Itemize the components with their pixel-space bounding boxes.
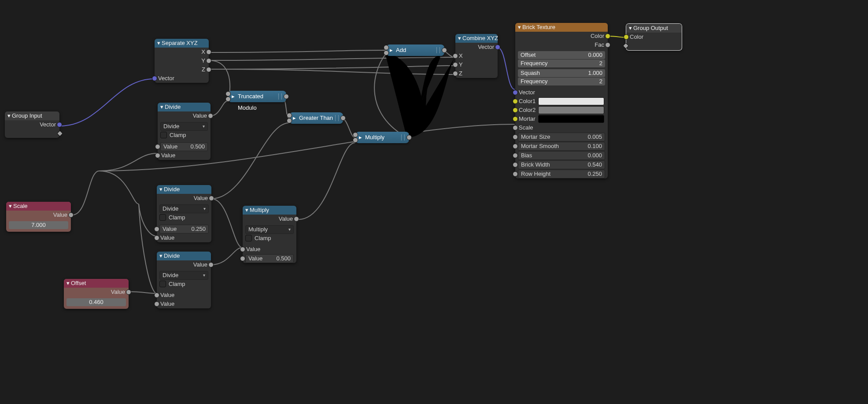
node-group-output[interactable]: ▾Group Output Color [626,24,682,50]
float-socket[interactable] [453,62,458,67]
value-field[interactable]: Value0.500 [160,142,208,151]
float-socket[interactable] [453,71,458,76]
vector-socket[interactable] [513,90,518,95]
color-socket[interactable] [513,107,518,113]
float-socket[interactable] [353,137,358,143]
node-header[interactable]: ▾Offset [64,279,129,288]
float-socket[interactable] [513,171,518,177]
value-field[interactable]: 7.000 [9,221,68,229]
squash-field[interactable]: Squash1.000 [518,69,605,77]
operation-select[interactable]: Divide [159,204,209,213]
float-socket[interactable] [513,125,518,130]
float-socket[interactable] [126,289,131,295]
value-field[interactable]: Mortar Size0.005 [518,133,605,141]
float-socket[interactable] [513,134,518,140]
node-header[interactable]: ▾Brick Texture [515,23,608,32]
float-socket[interactable] [513,162,518,167]
float-socket[interactable] [206,58,211,63]
value-field[interactable]: 0.460 [66,298,126,306]
frequency2-field[interactable]: Frequency2 [518,78,605,85]
mortar-swatch[interactable] [538,115,604,123]
clamp-checkbox[interactable]: Clamp [160,131,208,139]
node-header[interactable]: ▾Divide [157,185,211,194]
value-field[interactable]: Bias0.000 [518,151,605,160]
float-socket[interactable] [208,113,213,119]
float-socket[interactable] [240,247,245,252]
node-add[interactable]: ▸ Add [386,44,444,56]
value-field[interactable]: Row Height0.250 [518,170,605,178]
operation-select[interactable]: Multiply [245,225,294,234]
virtual-socket[interactable] [57,130,63,137]
clamp-checkbox[interactable]: Clamp [159,280,208,288]
value-field[interactable]: Value0.500 [245,254,294,263]
node-header[interactable]: ▾Group Output [626,24,682,33]
float-socket[interactable] [513,144,518,149]
node-header[interactable]: ▾Scale [6,202,71,211]
operation-select[interactable]: Divide [160,122,208,131]
float-socket[interactable] [240,256,245,261]
node-offset[interactable]: ▾Offset Value 0.460 [64,279,129,309]
float-socket[interactable] [206,67,211,72]
float-socket[interactable] [384,45,389,50]
node-group-input[interactable]: ▾Group Input Vector [5,111,59,138]
float-socket[interactable] [442,48,447,53]
node-header[interactable]: ▾Group Input [5,111,59,120]
clamp-checkbox[interactable]: Clamp [159,213,209,222]
value-field[interactable]: Value0.250 [159,225,209,234]
operation-select[interactable]: Divide [159,271,208,280]
float-socket[interactable] [406,135,412,140]
float-socket[interactable] [294,216,299,222]
node-divide-2[interactable]: ▾Divide Value Divide Clamp Value0.250 Va… [157,185,211,242]
color-socket[interactable] [513,99,518,104]
node-header[interactable]: ▾Separate XYZ [155,39,209,48]
float-socket[interactable] [154,226,159,232]
node-multiply-collapsed[interactable]: ▸ Multiply [355,132,409,143]
float-socket[interactable] [154,301,159,307]
float-socket[interactable] [155,144,160,149]
float-socket[interactable] [154,293,159,298]
float-socket[interactable] [284,94,289,99]
node-header[interactable]: ▾Combine XYZ [455,34,498,43]
value-field[interactable]: Mortar Smooth0.100 [518,142,605,151]
node-truncated-modulo[interactable]: ▸ Truncated Modulo [228,91,286,102]
vector-socket[interactable] [152,76,157,81]
node-header[interactable]: ▾Multiply [243,206,296,215]
float-socket[interactable] [155,153,160,158]
color1-swatch[interactable] [538,97,604,105]
color2-swatch[interactable] [538,106,604,114]
float-socket[interactable] [209,196,214,201]
node-scale[interactable]: ▾Scale Value 7.000 [6,202,71,232]
node-multiply[interactable]: ▾Multiply Value Multiply Clamp Value Val… [243,206,296,263]
offset-field[interactable]: Offset0.000 [518,51,605,59]
node-divide-1[interactable]: ▾Divide Value Divide Clamp Value0.500 Va… [158,103,211,160]
float-socket[interactable] [208,262,214,267]
node-divide-3[interactable]: ▾Divide Value Divide Clamp Value Value [157,252,211,308]
color-socket[interactable] [624,34,629,40]
node-combine-xyz[interactable]: ▾Combine XYZ Vector X Y Z [455,34,498,78]
virtual-socket[interactable] [623,43,629,49]
float-socket[interactable] [287,113,292,118]
color-socket[interactable] [605,33,610,39]
float-socket[interactable] [225,96,231,102]
float-socket[interactable] [154,235,159,241]
node-separate-xyz[interactable]: ▾Separate XYZ X Y Z Vector [155,39,209,83]
float-socket[interactable] [384,50,389,56]
vector-socket[interactable] [495,44,500,50]
color-socket[interactable] [513,116,518,122]
clamp-checkbox[interactable]: Clamp [245,234,294,242]
node-header[interactable]: ▾Divide [158,103,211,111]
float-socket[interactable] [68,212,74,218]
float-socket[interactable] [605,42,610,48]
float-socket[interactable] [287,118,292,123]
float-socket[interactable] [225,91,231,96]
float-socket[interactable] [353,132,358,137]
node-brick-texture[interactable]: ▾Brick Texture Color Fac Offset0.000 Fre… [515,23,608,178]
float-socket[interactable] [340,115,346,121]
float-socket[interactable] [513,153,518,158]
node-greater-than[interactable]: ▸ Greater Than [289,112,343,124]
float-socket[interactable] [206,49,211,55]
value-field[interactable]: Brick Width0.540 [518,160,605,169]
node-header[interactable]: ▾Divide [157,252,211,260]
frequency1-field[interactable]: Frequency2 [518,59,605,67]
float-socket[interactable] [453,53,458,59]
